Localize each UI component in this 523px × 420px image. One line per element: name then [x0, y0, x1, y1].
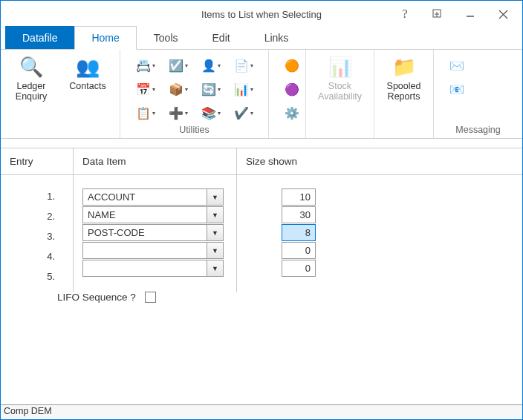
header-data-item: Data Item [74, 148, 237, 174]
entry-number-column: 1.2.3.4.5. [1, 175, 74, 292]
ribbon: 🔍 LedgerEnquiry 👥 Contacts 📇▾ ☑️▾ 👤▾ 📄▾ … [1, 50, 522, 139]
util-icon-12[interactable]: ✔️▾ [228, 102, 259, 124]
util-icon-9[interactable]: 📋▾ [130, 102, 161, 124]
data-item-combo-5[interactable]: ▼ [82, 260, 224, 277]
data-item-combo-3[interactable]: POST-CODE▼ [82, 224, 224, 241]
util-icon-1[interactable]: 📇▾ [130, 54, 161, 76]
data-item-column: ACCOUNT▼NAME▼POST-CODE▼▼▼ [74, 175, 237, 292]
form-panel: Entry Data Item Size shown 1.2.3.4.5. AC… [1, 148, 522, 292]
chevron-down-icon[interactable]: ▼ [207, 260, 223, 276]
data-item-value: NAME [83, 207, 207, 223]
tab-edit[interactable]: Edit [195, 26, 247, 49]
util-icon-2[interactable]: ☑️▾ [163, 54, 194, 76]
chevron-down-icon[interactable]: ▼ [207, 225, 223, 240]
utilities-group-label: Utilities [128, 125, 261, 137]
stock-chart-icon: 📊 [328, 54, 353, 79]
util-icon-3[interactable]: 👤▾ [195, 54, 227, 76]
contacts-button[interactable]: 👥 Contacts [65, 54, 111, 91]
spooled-reports-button[interactable]: 📁 SpooledReports [382, 54, 426, 102]
ledger-enquiry-button[interactable]: 🔍 LedgerEnquiry [8, 54, 54, 102]
size-input-5[interactable]: 0 [282, 260, 316, 277]
restore-button[interactable] [421, 4, 454, 24]
entry-number: 2. [47, 209, 64, 225]
titlebar: Items to List when Selecting ? [1, 1, 522, 27]
entry-number: 5. [47, 269, 64, 285]
data-item-combo-1[interactable]: ACCOUNT▼ [82, 188, 224, 206]
data-item-combo-4[interactable]: ▼ [82, 242, 224, 259]
util-icon-11[interactable]: 📚▾ [195, 102, 227, 124]
util-icon-6[interactable]: 📦▾ [163, 78, 194, 100]
contacts-label: Contacts [69, 81, 105, 91]
lifo-sequence-checkbox[interactable] [145, 292, 156, 303]
chevron-down-icon[interactable]: ▼ [207, 189, 223, 205]
ledger-enquiry-label: LedgerEnquiry [16, 81, 47, 102]
stock-availability-label: StockAvailability [318, 81, 362, 102]
entry-number: 3. [47, 229, 64, 245]
util-icon-5[interactable]: 📅▾ [130, 78, 161, 100]
size-input-2[interactable]: 30 [282, 206, 316, 223]
orange-util-icon[interactable]: 🟠 [276, 54, 308, 76]
utilities-grid: 📇▾ ☑️▾ 👤▾ 📄▾ 📅▾ 📦▾ 🔄▾ 📊▾ 📋▾ ➕▾ 📚▾ ✔️▾ [130, 54, 259, 124]
data-item-value: ACCOUNT [83, 189, 207, 205]
help-button[interactable]: ? [389, 4, 421, 24]
messaging-group-label: Messaging [441, 125, 515, 137]
purple-util-icon[interactable]: 🟣 [276, 78, 308, 100]
lifo-sequence-label: LIFO Sequence ? [57, 292, 136, 303]
data-item-value: POST-CODE [83, 225, 207, 240]
minimize-button[interactable] [454, 4, 487, 24]
spooled-reports-label: SpooledReports [387, 81, 421, 102]
gear-util-icon[interactable]: ⚙️ [276, 102, 308, 124]
tab-datafile[interactable]: Datafile [5, 26, 74, 49]
window-title: Items to List when Selecting [201, 9, 322, 20]
tab-home[interactable]: Home [74, 26, 136, 50]
chevron-down-icon[interactable]: ▼ [207, 243, 223, 258]
stock-availability-button: 📊 StockAvailability [317, 54, 363, 102]
magnifier-ledger-icon: 🔍 [19, 54, 44, 79]
mail-receive-icon[interactable]: 📧 [441, 78, 472, 100]
util-icon-4[interactable]: 📄▾ [228, 54, 259, 76]
ribbon-tabs: Datafile Home Tools Edit Links [1, 27, 522, 50]
size-column: 1030800 [237, 175, 522, 292]
mail-send-icon[interactable]: ✉️ [441, 54, 472, 76]
util-icon-8[interactable]: 📊▾ [228, 78, 259, 100]
entry-number: 4. [47, 249, 64, 265]
folder-icon: 📁 [392, 54, 417, 79]
data-item-combo-2[interactable]: NAME▼ [82, 206, 224, 223]
chevron-down-icon[interactable]: ▼ [207, 207, 223, 223]
close-button[interactable] [487, 4, 519, 24]
header-size-shown: Size shown [237, 148, 522, 174]
data-item-value [83, 243, 207, 258]
contacts-icon: 👥 [75, 54, 100, 79]
util-icon-7[interactable]: 🔄▾ [195, 78, 227, 100]
size-input-4[interactable]: 0 [282, 242, 316, 259]
tab-links[interactable]: Links [247, 26, 306, 49]
size-input-3[interactable]: 8 [282, 224, 316, 241]
tab-tools[interactable]: Tools [137, 26, 195, 49]
data-item-value [83, 260, 207, 276]
header-entry: Entry [1, 148, 74, 174]
size-input-1[interactable]: 10 [282, 188, 316, 206]
status-bar: Comp DEM [1, 404, 522, 419]
util-icon-10[interactable]: ➕▾ [163, 102, 194, 124]
entry-number: 1. [47, 188, 64, 205]
